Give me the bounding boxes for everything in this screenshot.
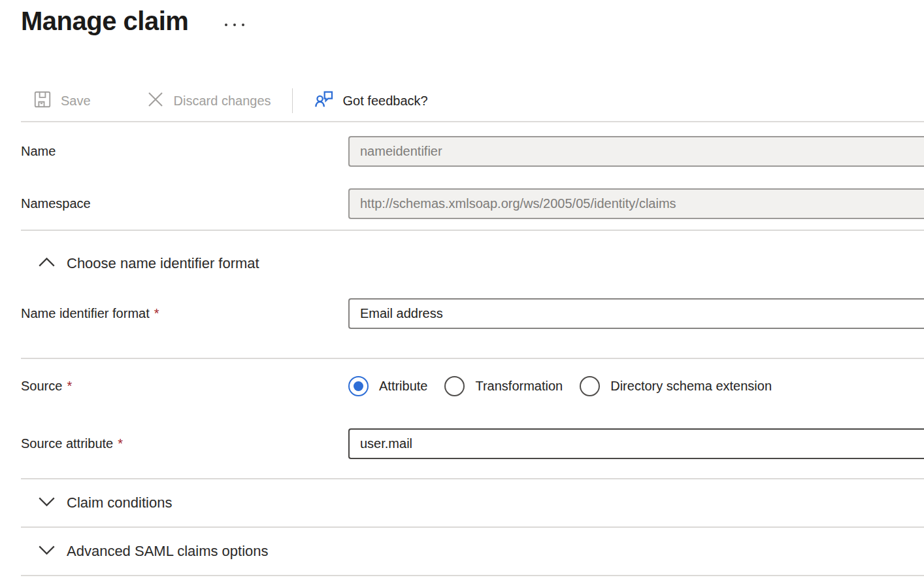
radio-option-attribute[interactable]: Attribute (348, 376, 427, 396)
radio-option-directory-schema-extension[interactable]: Directory schema extension (580, 376, 772, 396)
radio-selected-icon (348, 376, 369, 396)
name-field-label: Name (21, 144, 348, 159)
section-divider (21, 526, 924, 528)
namespace-input[interactable] (348, 188, 924, 219)
got-feedback-label: Got feedback? (343, 94, 428, 109)
section-choose-name-identifier-format[interactable]: Choose name identifier format (38, 250, 924, 277)
save-icon (33, 90, 52, 112)
name-identifier-format-dropdown[interactable]: Email address (348, 298, 924, 329)
source-field-label: Source* (21, 379, 348, 394)
source-field-row: Source* Attribute Transformation Directo… (21, 376, 924, 396)
manage-claim-blade: Manage claim Save Discard (0, 0, 924, 586)
source-radio-group: Attribute Transformation Directory schem… (348, 376, 772, 396)
more-options-icon[interactable] (222, 21, 247, 29)
name-input[interactable] (348, 136, 924, 167)
source-attribute-label: Source attribute* (21, 436, 348, 451)
command-bar: Save Discard changes Got feedback? (21, 88, 924, 114)
required-indicator: * (118, 436, 123, 451)
section-title: Claim conditions (67, 494, 172, 511)
feedback-icon (314, 89, 335, 113)
section-divider (21, 478, 924, 479)
toolbar-separator (292, 88, 293, 113)
section-claim-conditions[interactable]: Claim conditions (38, 490, 924, 516)
discard-changes-button[interactable]: Discard changes (146, 90, 271, 112)
radio-label: Directory schema extension (610, 379, 772, 394)
name-identifier-format-row: Name identifier format* Email address (21, 298, 924, 329)
got-feedback-button[interactable]: Got feedback? (314, 89, 428, 113)
toolbar-divider (21, 121, 924, 122)
source-attribute-row: Source attribute* user.mail (21, 428, 924, 459)
source-attribute-dropdown[interactable]: user.mail (348, 428, 924, 459)
radio-label: Attribute (379, 379, 427, 394)
chevron-up-icon (38, 256, 56, 271)
radio-unselected-icon (580, 376, 600, 396)
discard-changes-label: Discard changes (174, 94, 271, 109)
radio-unselected-icon (444, 376, 465, 396)
section-divider (21, 358, 924, 359)
required-indicator: * (67, 379, 72, 393)
save-label: Save (61, 94, 91, 109)
radio-option-transformation[interactable]: Transformation (444, 376, 563, 396)
section-advanced-saml-claims-options[interactable]: Advanced SAML claims options (38, 538, 924, 564)
section-title: Advanced SAML claims options (67, 543, 269, 560)
chevron-down-icon (38, 544, 56, 559)
required-indicator: * (154, 306, 159, 320)
save-button[interactable]: Save (33, 90, 91, 112)
section-title: Choose name identifier format (67, 255, 259, 272)
section-divider (21, 575, 924, 576)
radio-label: Transformation (475, 379, 563, 394)
name-field-row: Name (21, 136, 924, 167)
chevron-down-icon (38, 496, 56, 510)
blade-header: Manage claim (0, 0, 924, 38)
namespace-field-row: Namespace (21, 188, 924, 219)
namespace-field-label: Namespace (21, 196, 348, 211)
page-title: Manage claim (21, 5, 188, 37)
close-icon (146, 90, 165, 112)
section-divider (21, 230, 924, 231)
name-identifier-format-label: Name identifier format* (21, 306, 348, 321)
